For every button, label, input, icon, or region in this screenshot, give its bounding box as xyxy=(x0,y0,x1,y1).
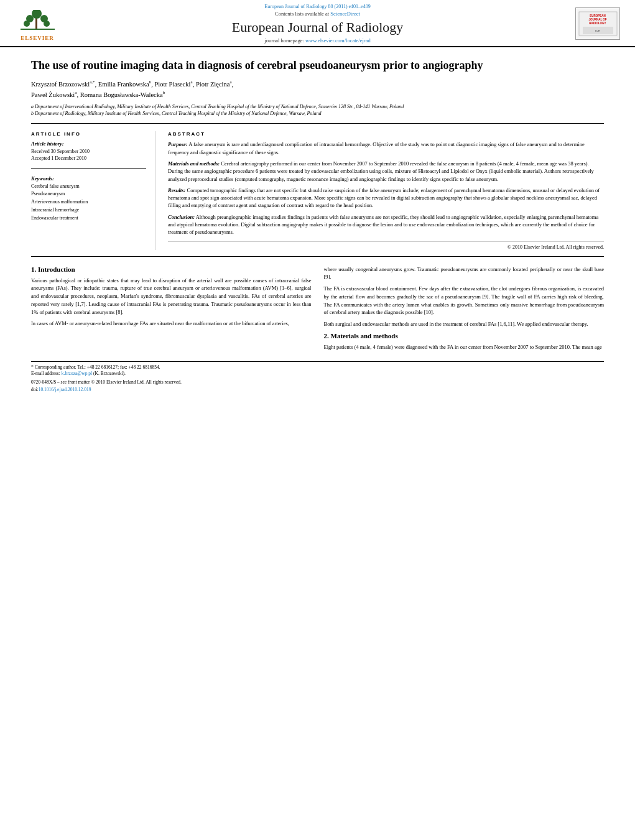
abstract-methods: Materials and methods: Cerebral arteriog… xyxy=(168,160,604,183)
abstract-conclusion: Conclusion: Although preangiographic ima… xyxy=(168,213,604,236)
intro-right-para-3: Both surgical and endovascular methods a… xyxy=(324,320,605,328)
article-title: The use of routine imaging data in diagn… xyxy=(31,58,604,73)
doi-link[interactable]: 10.1016/j.ejrad.2010.12.019 xyxy=(39,387,91,392)
elsevier-logo: ELSEVIER xyxy=(12,7,62,41)
accepted-date: Accepted 1 December 2010 xyxy=(31,155,146,162)
elsevier-label: ELSEVIER xyxy=(21,35,54,41)
keyword-3: Arteriovenous malformation xyxy=(31,198,146,206)
abstract-results: Results: Computed tomographic findings t… xyxy=(168,187,604,210)
intro-para-1: Various pathological or idiopathic state… xyxy=(31,277,312,316)
intro-title: 1. Introduction xyxy=(31,265,312,273)
email-link[interactable]: k.brzoza@wp.pl xyxy=(62,371,92,376)
footnote-area: * Corresponding author. Tel.: +48 22 681… xyxy=(31,361,604,392)
keyword-4: Intracranial hemorrhage xyxy=(31,206,146,215)
intro-para-2: In cases of AVM- or aneurysm-related hem… xyxy=(31,320,312,328)
abstract-purpose: Purpose: A false aneurysm is rare and un… xyxy=(168,141,604,156)
keywords-label: Keywords: xyxy=(31,175,146,182)
keywords-list: Cerebral false aneurysm Pseudoaneurysm A… xyxy=(31,183,146,223)
intro-right-para-2: The FA is extravascular blood containmen… xyxy=(324,285,605,316)
methods-text: Cerebral arteriography performed in our … xyxy=(168,160,594,182)
right-column: ABSTRACT Purpose: A false aneurysm is ra… xyxy=(168,131,604,249)
homepage-link[interactable]: www.elsevier.com/locate/ejrad xyxy=(305,37,371,44)
intro-right-para-1: where usually congenital aneurysms grow.… xyxy=(324,265,605,282)
journal-header: ELSEVIER European Journal of Radiology 8… xyxy=(0,0,635,47)
keyword-5: Endovascular treatment xyxy=(31,215,146,223)
conclusion-label: Conclusion: xyxy=(168,214,195,220)
svg-text:EUROPEAN: EUROPEAN xyxy=(590,14,606,17)
issn-line: 0720-048X/$ – see front matter © 2010 El… xyxy=(31,379,604,385)
conclusion-text: Although preangiographic imaging studies… xyxy=(168,214,598,236)
abstract-content: Purpose: A false aneurysm is rare and un… xyxy=(168,141,604,236)
results-label: Results: xyxy=(168,187,185,193)
main-col-left: 1. Introduction Various pathological or … xyxy=(31,265,312,355)
article-info-header: ARTICLE INFO xyxy=(31,131,146,137)
svg-rect-0 xyxy=(21,29,55,30)
history-label: Article history: xyxy=(31,141,146,147)
info-abstract-columns: ARTICLE INFO Article history: Received 3… xyxy=(31,124,604,249)
svg-text:EJR: EJR xyxy=(595,29,600,32)
email-footnote: E-mail address: k.brzoza@wp.pl (K. Brzoz… xyxy=(31,371,604,377)
left-column: ARTICLE INFO Article history: Received 3… xyxy=(31,131,155,249)
affiliations: a Department of Interventional Radiology… xyxy=(31,103,604,117)
copyright-line: © 2010 Elsevier Ireland Ltd. All rights … xyxy=(168,241,604,250)
corresponding-author: * Corresponding author. Tel.: +48 22 681… xyxy=(31,364,604,371)
contents-line: Contents lists available at ScienceDirec… xyxy=(68,11,567,17)
affiliation-b: b Department of Radiology, Military Inst… xyxy=(31,110,604,117)
keyword-2: Pseudoaneurysm xyxy=(31,190,146,198)
svg-text:JOURNAL OF: JOURNAL OF xyxy=(588,18,606,21)
abstract-header: ABSTRACT xyxy=(168,131,604,137)
svg-text:RADIOLOGY: RADIOLOGY xyxy=(589,22,606,25)
methods-label: Materials and methods: xyxy=(168,160,220,167)
keywords-section: Keywords: Cerebral false aneurysm Pseudo… xyxy=(31,175,146,223)
affiliation-a: a Department of Interventional Radiology… xyxy=(31,103,604,110)
page: ELSEVIER European Journal of Radiology 8… xyxy=(0,0,635,840)
authors: Krzysztof Brzozowskia,*, Emilia Frankows… xyxy=(31,79,604,99)
journal-name: European Journal of Radiology xyxy=(68,19,567,35)
results-text: Computed tomographic findings that are n… xyxy=(168,187,600,209)
journal-center: European Journal of Radiology 80 (2011) … xyxy=(62,4,573,44)
sciencedirect-link[interactable]: ScienceDirect xyxy=(330,11,360,17)
received-date: Received 30 September 2010 xyxy=(31,148,146,155)
main-col-right: where usually congenital aneurysms grow.… xyxy=(324,265,605,355)
radiology-logo-box: EUROPEAN JOURNAL OF RADIOLOGY EJR xyxy=(575,7,620,40)
purpose-label: Purpose: xyxy=(168,141,188,147)
journal-homepage: journal homepage: www.elsevier.com/locat… xyxy=(68,37,567,44)
journal-issue: European Journal of Radiology 80 (2011) … xyxy=(68,4,567,9)
keyword-1: Cerebral false aneurysm xyxy=(31,183,146,191)
section-divider xyxy=(31,256,604,257)
materials-title: 2. Materials and methods xyxy=(324,332,605,339)
doi-line: doi:10.1016/j.ejrad.2010.12.019 xyxy=(31,387,604,392)
main-content: 1. Introduction Various pathological or … xyxy=(31,265,604,355)
materials-para-1: Eight patients (4 male, 4 female) were d… xyxy=(324,343,605,351)
article-title-section: The use of routine imaging data in diagn… xyxy=(31,47,604,124)
article-body: The use of routine imaging data in diagn… xyxy=(0,47,635,392)
svg-point-5 xyxy=(24,21,30,27)
radiology-logo: EUROPEAN JOURNAL OF RADIOLOGY EJR xyxy=(573,7,623,41)
article-history: Article history: Received 30 September 2… xyxy=(31,141,146,162)
purpose-text: A false aneurysm is rare and underdiagno… xyxy=(168,141,585,155)
svg-point-6 xyxy=(44,21,50,27)
